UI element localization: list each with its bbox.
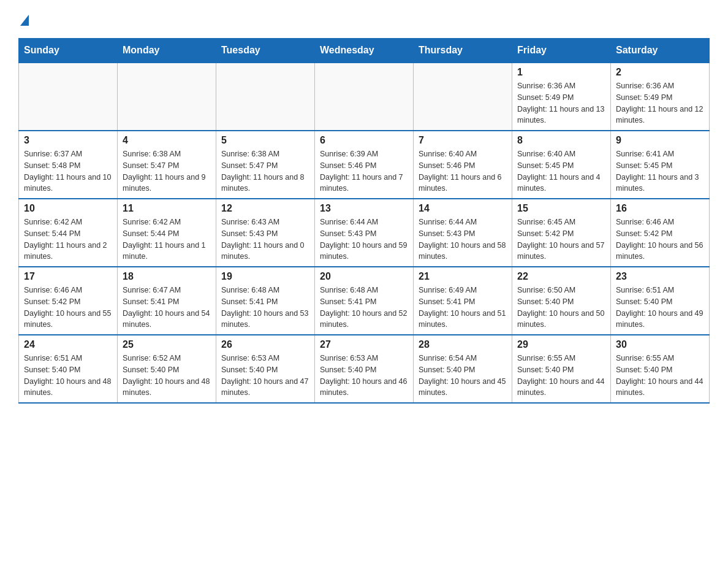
- calendar-table: SundayMondayTuesdayWednesdayThursdayFrid…: [18, 38, 710, 404]
- calendar-cell: 30Sunrise: 6:55 AMSunset: 5:40 PMDayligh…: [611, 335, 710, 403]
- calendar-week-row: 3Sunrise: 6:37 AMSunset: 5:48 PMDaylight…: [19, 131, 710, 199]
- day-number: 1: [517, 67, 605, 78]
- day-header-friday: Friday: [512, 39, 611, 63]
- day-number: 20: [320, 271, 408, 282]
- day-info: Sunrise: 6:39 AMSunset: 5:46 PMDaylight:…: [320, 148, 408, 194]
- day-header-wednesday: Wednesday: [315, 39, 414, 63]
- day-number: 4: [123, 135, 211, 146]
- calendar-cell: [216, 63, 315, 131]
- day-number: 19: [221, 271, 309, 282]
- day-info: Sunrise: 6:37 AMSunset: 5:48 PMDaylight:…: [24, 148, 112, 194]
- day-number: 23: [616, 271, 704, 282]
- day-info: Sunrise: 6:36 AMSunset: 5:49 PMDaylight:…: [517, 80, 605, 126]
- calendar-cell: 10Sunrise: 6:42 AMSunset: 5:44 PMDayligh…: [19, 199, 118, 267]
- day-header-tuesday: Tuesday: [216, 39, 315, 63]
- calendar-cell: 13Sunrise: 6:44 AMSunset: 5:43 PMDayligh…: [315, 199, 414, 267]
- day-info: Sunrise: 6:54 AMSunset: 5:40 PMDaylight:…: [419, 353, 507, 399]
- calendar-cell: 1Sunrise: 6:36 AMSunset: 5:49 PMDaylight…: [512, 63, 611, 131]
- calendar-cell: 24Sunrise: 6:51 AMSunset: 5:40 PMDayligh…: [19, 335, 118, 403]
- day-number: 9: [616, 135, 704, 146]
- day-info: Sunrise: 6:55 AMSunset: 5:40 PMDaylight:…: [517, 353, 605, 399]
- day-info: Sunrise: 6:53 AMSunset: 5:40 PMDaylight:…: [221, 353, 309, 399]
- calendar-cell: [19, 63, 118, 131]
- day-info: Sunrise: 6:36 AMSunset: 5:49 PMDaylight:…: [616, 80, 704, 126]
- page-header: [18, 12, 710, 26]
- day-number: 26: [221, 339, 309, 350]
- day-number: 17: [24, 271, 112, 282]
- calendar-cell: 6Sunrise: 6:39 AMSunset: 5:46 PMDaylight…: [315, 131, 414, 199]
- calendar-week-row: 24Sunrise: 6:51 AMSunset: 5:40 PMDayligh…: [19, 335, 710, 403]
- calendar-cell: 4Sunrise: 6:38 AMSunset: 5:47 PMDaylight…: [118, 131, 216, 199]
- calendar-week-row: 1Sunrise: 6:36 AMSunset: 5:49 PMDaylight…: [19, 63, 710, 131]
- day-info: Sunrise: 6:51 AMSunset: 5:40 PMDaylight:…: [616, 285, 704, 331]
- day-info: Sunrise: 6:40 AMSunset: 5:45 PMDaylight:…: [517, 148, 605, 194]
- day-info: Sunrise: 6:44 AMSunset: 5:43 PMDaylight:…: [320, 216, 408, 262]
- calendar-cell: 7Sunrise: 6:40 AMSunset: 5:46 PMDaylight…: [414, 131, 512, 199]
- calendar-cell: 17Sunrise: 6:46 AMSunset: 5:42 PMDayligh…: [19, 267, 118, 335]
- day-info: Sunrise: 6:48 AMSunset: 5:41 PMDaylight:…: [320, 285, 408, 331]
- calendar-cell: 22Sunrise: 6:50 AMSunset: 5:40 PMDayligh…: [512, 267, 611, 335]
- day-number: 5: [221, 135, 309, 146]
- day-number: 12: [221, 203, 309, 214]
- calendar-cell: 25Sunrise: 6:52 AMSunset: 5:40 PMDayligh…: [118, 335, 216, 403]
- day-number: 8: [517, 135, 605, 146]
- day-number: 18: [123, 271, 211, 282]
- day-info: Sunrise: 6:46 AMSunset: 5:42 PMDaylight:…: [24, 285, 112, 331]
- day-number: 27: [320, 339, 408, 350]
- day-header-saturday: Saturday: [611, 39, 710, 63]
- calendar-cell: 8Sunrise: 6:40 AMSunset: 5:45 PMDaylight…: [512, 131, 611, 199]
- day-number: 15: [517, 203, 605, 214]
- day-info: Sunrise: 6:44 AMSunset: 5:43 PMDaylight:…: [419, 216, 507, 262]
- calendar-week-row: 10Sunrise: 6:42 AMSunset: 5:44 PMDayligh…: [19, 199, 710, 267]
- day-number: 3: [24, 135, 112, 146]
- day-number: 22: [517, 271, 605, 282]
- calendar-cell: [414, 63, 512, 131]
- day-info: Sunrise: 6:38 AMSunset: 5:47 PMDaylight:…: [123, 148, 211, 194]
- calendar-header-row: SundayMondayTuesdayWednesdayThursdayFrid…: [19, 39, 710, 63]
- day-header-monday: Monday: [118, 39, 216, 63]
- calendar-cell: 19Sunrise: 6:48 AMSunset: 5:41 PMDayligh…: [216, 267, 315, 335]
- day-number: 10: [24, 203, 112, 214]
- calendar-cell: 15Sunrise: 6:45 AMSunset: 5:42 PMDayligh…: [512, 199, 611, 267]
- day-info: Sunrise: 6:51 AMSunset: 5:40 PMDaylight:…: [24, 353, 112, 399]
- calendar-cell: 9Sunrise: 6:41 AMSunset: 5:45 PMDaylight…: [611, 131, 710, 199]
- calendar-cell: 27Sunrise: 6:53 AMSunset: 5:40 PMDayligh…: [315, 335, 414, 403]
- day-number: 13: [320, 203, 408, 214]
- day-number: 30: [616, 339, 704, 350]
- day-number: 29: [517, 339, 605, 350]
- calendar-cell: 23Sunrise: 6:51 AMSunset: 5:40 PMDayligh…: [611, 267, 710, 335]
- day-info: Sunrise: 6:52 AMSunset: 5:40 PMDaylight:…: [123, 353, 211, 399]
- day-info: Sunrise: 6:42 AMSunset: 5:44 PMDaylight:…: [123, 216, 211, 262]
- day-info: Sunrise: 6:43 AMSunset: 5:43 PMDaylight:…: [221, 216, 309, 262]
- day-info: Sunrise: 6:49 AMSunset: 5:41 PMDaylight:…: [419, 285, 507, 331]
- calendar-cell: 12Sunrise: 6:43 AMSunset: 5:43 PMDayligh…: [216, 199, 315, 267]
- calendar-cell: 29Sunrise: 6:55 AMSunset: 5:40 PMDayligh…: [512, 335, 611, 403]
- calendar-cell: [315, 63, 414, 131]
- calendar-cell: 16Sunrise: 6:46 AMSunset: 5:42 PMDayligh…: [611, 199, 710, 267]
- calendar-cell: 20Sunrise: 6:48 AMSunset: 5:41 PMDayligh…: [315, 267, 414, 335]
- calendar-cell: 21Sunrise: 6:49 AMSunset: 5:41 PMDayligh…: [414, 267, 512, 335]
- day-info: Sunrise: 6:46 AMSunset: 5:42 PMDaylight:…: [616, 216, 704, 262]
- day-info: Sunrise: 6:38 AMSunset: 5:47 PMDaylight:…: [221, 148, 309, 194]
- day-number: 6: [320, 135, 408, 146]
- day-info: Sunrise: 6:47 AMSunset: 5:41 PMDaylight:…: [123, 285, 211, 331]
- day-info: Sunrise: 6:50 AMSunset: 5:40 PMDaylight:…: [517, 285, 605, 331]
- calendar-cell: 26Sunrise: 6:53 AMSunset: 5:40 PMDayligh…: [216, 335, 315, 403]
- calendar-cell: 11Sunrise: 6:42 AMSunset: 5:44 PMDayligh…: [118, 199, 216, 267]
- calendar-week-row: 17Sunrise: 6:46 AMSunset: 5:42 PMDayligh…: [19, 267, 710, 335]
- day-number: 14: [419, 203, 507, 214]
- day-number: 16: [616, 203, 704, 214]
- day-info: Sunrise: 6:45 AMSunset: 5:42 PMDaylight:…: [517, 216, 605, 262]
- day-number: 21: [419, 271, 507, 282]
- day-info: Sunrise: 6:53 AMSunset: 5:40 PMDaylight:…: [320, 353, 408, 399]
- calendar-cell: 28Sunrise: 6:54 AMSunset: 5:40 PMDayligh…: [414, 335, 512, 403]
- day-number: 25: [123, 339, 211, 350]
- calendar-cell: 3Sunrise: 6:37 AMSunset: 5:48 PMDaylight…: [19, 131, 118, 199]
- day-header-sunday: Sunday: [19, 39, 118, 63]
- calendar-cell: 2Sunrise: 6:36 AMSunset: 5:49 PMDaylight…: [611, 63, 710, 131]
- day-info: Sunrise: 6:40 AMSunset: 5:46 PMDaylight:…: [419, 148, 507, 194]
- day-number: 28: [419, 339, 507, 350]
- day-info: Sunrise: 6:41 AMSunset: 5:45 PMDaylight:…: [616, 148, 704, 194]
- day-number: 7: [419, 135, 507, 146]
- day-info: Sunrise: 6:42 AMSunset: 5:44 PMDaylight:…: [24, 216, 112, 262]
